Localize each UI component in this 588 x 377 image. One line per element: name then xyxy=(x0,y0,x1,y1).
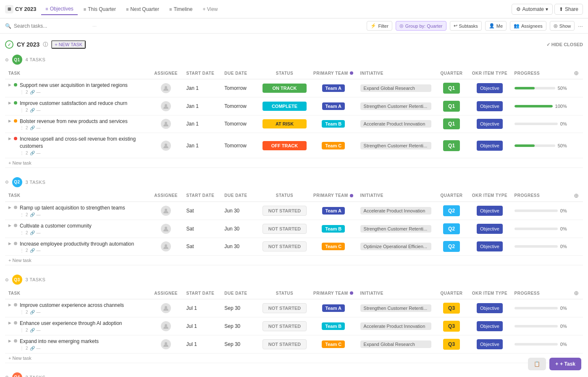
info-icon: ⓘ xyxy=(43,41,48,48)
okr-badge: Objective xyxy=(477,224,503,234)
nav-tab-timeline[interactable]: ≡ Timeline xyxy=(165,4,197,15)
team-cell: Team A xyxy=(310,202,357,220)
initiative-cell: Accelerate Product Innovation xyxy=(357,202,435,220)
quarter-collapse-q4[interactable]: ⊙ xyxy=(5,375,9,377)
nav-tab-this-quarter[interactable]: ≡ This Quarter xyxy=(79,4,120,15)
quarter-value-badge: Q1 xyxy=(443,101,460,112)
app-icon: ⊞ xyxy=(5,5,13,13)
due-date-cell: Tomorrow xyxy=(221,133,259,158)
table-row: ▶ Support new user acquisition in target… xyxy=(5,79,583,97)
nav-tab-objectives[interactable]: ≡ Objectives xyxy=(41,3,77,15)
initiative-badge: Strengthen Customer Retenti... xyxy=(360,225,431,233)
quarter-cell: Q1 xyxy=(435,133,469,158)
quarter-badge-q4: Q4 xyxy=(12,372,22,377)
progress-bar-bg xyxy=(514,228,558,230)
col-header-initiative: INITIATIVE xyxy=(357,190,435,202)
team-badge: Team C xyxy=(322,340,345,348)
quarter-collapse-q2[interactable]: ⊙ xyxy=(5,180,9,184)
okr-cell: Objective xyxy=(468,238,511,256)
progress-percent: 0% xyxy=(560,208,567,213)
col-header-add[interactable]: ⊕ xyxy=(570,287,583,299)
toolbar-dots-left[interactable]: ··· xyxy=(92,23,97,29)
search-box: 🔍 xyxy=(5,23,89,29)
add-task-link[interactable]: + New task xyxy=(8,356,32,361)
link-icon: 🔗 xyxy=(30,230,35,235)
show-button[interactable]: ◎ Show xyxy=(550,21,575,31)
assignee-cell xyxy=(149,238,183,256)
add-column-btn[interactable]: ⊕ xyxy=(574,70,579,76)
progress-cell: 0% xyxy=(511,299,570,317)
assignees-button[interactable]: 👥 Assignees xyxy=(510,21,546,31)
assignee-cell xyxy=(149,133,183,158)
table-row: ▶ Cultivate a customer community ⋮ 2 🔗 — xyxy=(5,220,583,238)
add-column-btn[interactable]: ⊕ xyxy=(574,290,579,296)
expand-arrow[interactable]: ▶ xyxy=(8,136,11,141)
assignee-cell xyxy=(149,335,183,353)
show-icon: ◎ xyxy=(554,23,558,29)
quarter-task-count-q4: 3 TASKS xyxy=(26,375,46,377)
subtask-icon: ⋮ xyxy=(20,328,24,332)
status-badge: AT RISK xyxy=(262,119,307,128)
expand-arrow[interactable]: ▶ xyxy=(8,321,11,325)
automate-button[interactable]: ⚙ Automate ▾ xyxy=(512,4,553,15)
task-name: Cultivate a customer community xyxy=(20,223,92,230)
okr-cell: Objective xyxy=(468,335,511,353)
this-quarter-icon: ≡ xyxy=(84,7,86,12)
toolbar-dots-right[interactable]: ··· xyxy=(578,23,583,29)
nav-tab-add-view[interactable]: + View xyxy=(198,4,222,15)
add-column-btn[interactable]: ⊕ xyxy=(574,192,579,199)
quarter-value-badge: Q2 xyxy=(443,205,460,216)
search-input[interactable] xyxy=(14,23,73,29)
link-icon: 🔗 xyxy=(30,328,35,332)
task-meta: ⋮ 2 🔗 — xyxy=(20,346,99,351)
add-task-link[interactable]: + New task xyxy=(8,258,32,263)
start-date-cell: Sat xyxy=(183,202,221,220)
okr-cell: Objective xyxy=(468,79,511,97)
share-button[interactable]: ⬆ Share xyxy=(554,4,583,15)
progress-percent: 0% xyxy=(560,121,567,126)
subtask-count: 2 xyxy=(26,212,28,217)
quarter-cell: Q1 xyxy=(435,97,469,115)
expand-arrow[interactable]: ▶ xyxy=(8,83,11,87)
nav-tab-next-quarter[interactable]: ≡ Next Quarter xyxy=(122,4,163,15)
task-cell-0: ▶ Ramp up talent acquisition to strength… xyxy=(5,202,149,220)
add-task-link[interactable]: + New task xyxy=(8,160,32,165)
progress-bar-bg xyxy=(514,325,558,327)
team-badge: Team C xyxy=(322,142,345,149)
okr-cell: Objective xyxy=(468,220,511,238)
quarter-badge-q2: Q2 xyxy=(12,177,22,187)
subtasks-button[interactable]: ↩ Subtasks xyxy=(450,21,482,31)
quarter-collapse-q3[interactable]: ⊙ xyxy=(5,278,9,282)
quarter-value-badge: Q1 xyxy=(443,118,460,129)
subtask-count: 2 xyxy=(26,248,28,253)
quarter-collapse-q1[interactable]: ⊙ xyxy=(5,58,9,62)
expand-arrow[interactable]: ▶ xyxy=(8,205,11,209)
ellipsis-icon: — xyxy=(37,248,41,253)
table-q2: TASK ASSIGNEE START DATE DUE DATE STATUS… xyxy=(5,190,583,265)
quarter-badge-q1: Q1 xyxy=(12,55,22,65)
task-meta: ⋮ 2 🔗 — xyxy=(20,212,125,217)
subtask-count: 2 xyxy=(26,328,28,332)
expand-arrow[interactable]: ▶ xyxy=(8,223,11,228)
progress-percent: 0% xyxy=(560,244,567,249)
group-by-button[interactable]: ◎ Group by: Quarter xyxy=(396,21,446,31)
expand-arrow[interactable]: ▶ xyxy=(8,119,11,123)
col-header-add[interactable]: ⊕ xyxy=(570,190,583,202)
new-task-button[interactable]: + NEW TASK xyxy=(51,40,86,49)
add-task-button[interactable]: + + Task xyxy=(549,358,581,370)
hide-closed-button[interactable]: ✓ HIDE CLOSED xyxy=(546,42,583,47)
me-button[interactable]: 👤 Me xyxy=(485,21,507,31)
task-name: Increase employee productivity through a… xyxy=(20,241,134,248)
col-header-add[interactable]: ⊕ xyxy=(570,67,583,79)
team-cell: Team C xyxy=(310,133,357,158)
expand-arrow[interactable]: ▶ xyxy=(8,339,11,343)
expand-arrow[interactable]: ▶ xyxy=(8,303,11,307)
filter-button[interactable]: ⚡ Filter xyxy=(367,21,392,31)
add-task-row: + New task xyxy=(5,158,583,168)
expand-arrow[interactable]: ▶ xyxy=(8,241,11,246)
clipboard-button[interactable]: 📋 xyxy=(528,358,546,370)
table-row: ▶ Improve customer experience across cha… xyxy=(5,299,583,317)
row-add-cell xyxy=(570,220,583,238)
expand-arrow[interactable]: ▶ xyxy=(8,101,11,105)
subtask-icon: ⋮ xyxy=(20,90,24,94)
